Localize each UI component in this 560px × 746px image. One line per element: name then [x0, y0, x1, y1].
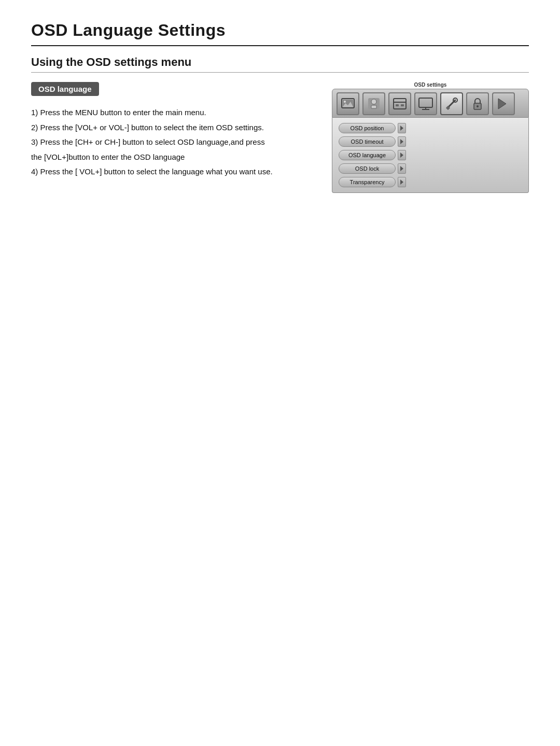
- instructions-block: 1) Press the MENU button to enter the ma…: [31, 105, 311, 179]
- menu-arrow-osd-language[interactable]: [398, 150, 406, 160]
- menu-item-transparency: Transparency: [339, 177, 522, 187]
- picture-icon[interactable]: [337, 92, 359, 115]
- menu-item-osd-lock: OSD lock: [339, 163, 522, 174]
- svg-marker-20: [400, 153, 403, 158]
- menu-label-osd-position[interactable]: OSD position: [339, 123, 396, 133]
- content-area: OSD language 1) Press the MENU button to…: [31, 82, 529, 193]
- svg-rect-10: [401, 104, 404, 106]
- instruction-line: 2) Press the [VOL+ or VOL-] button to se…: [31, 120, 311, 135]
- svg-point-5: [371, 99, 376, 104]
- menu-label-transparency[interactable]: Transparency: [339, 177, 396, 187]
- tools-icon[interactable]: [440, 92, 463, 115]
- menu-label-osd-lock[interactable]: OSD lock: [339, 163, 396, 174]
- svg-marker-19: [400, 139, 403, 144]
- osd-language-badge: OSD language: [31, 82, 99, 96]
- menu-arrow-osd-lock[interactable]: [398, 163, 406, 174]
- svg-rect-9: [396, 104, 399, 106]
- sound-icon[interactable]: [362, 92, 385, 115]
- settings-icon[interactable]: [388, 92, 411, 115]
- instruction-line: the [VOL+]button to enter the OSD langua…: [31, 150, 311, 165]
- menu-arrow-osd-timeout[interactable]: [398, 136, 406, 147]
- svg-marker-18: [400, 126, 403, 131]
- osd-top-bar: [332, 89, 529, 118]
- svg-marker-21: [400, 166, 403, 171]
- right-panel: OSD settings OSD positionOSD timeoutOSD …: [332, 82, 529, 193]
- screen-icon[interactable]: [414, 92, 437, 115]
- svg-rect-7: [394, 99, 406, 109]
- menu-item-osd-position: OSD position: [339, 123, 522, 133]
- svg-point-17: [477, 105, 479, 107]
- instruction-line: 3) Press the [CH+ or CH-] button to sele…: [31, 135, 311, 150]
- menu-item-osd-language: OSD language: [339, 150, 522, 160]
- menu-item-osd-timeout: OSD timeout: [339, 136, 522, 147]
- instruction-line: 1) Press the MENU button to enter the ma…: [31, 105, 311, 120]
- left-panel: OSD language 1) Press the MENU button to…: [31, 82, 311, 179]
- svg-point-3: [344, 101, 346, 103]
- title-divider: [31, 45, 529, 46]
- info-icon[interactable]: [492, 92, 515, 115]
- menu-label-osd-language[interactable]: OSD language: [339, 150, 396, 160]
- svg-rect-6: [371, 105, 376, 108]
- menu-label-osd-timeout[interactable]: OSD timeout: [339, 136, 396, 147]
- instruction-line: 4) Press the [ VOL+] button to select th…: [31, 164, 311, 179]
- osd-menu: OSD positionOSD timeoutOSD languageOSD l…: [332, 118, 529, 193]
- menu-arrow-osd-position[interactable]: [398, 123, 406, 133]
- lock-icon[interactable]: [466, 92, 489, 115]
- page-title: OSD Language Settings: [31, 21, 529, 40]
- menu-arrow-transparency[interactable]: [398, 177, 406, 187]
- osd-settings-label: OSD settings: [332, 82, 529, 88]
- section-subtitle: Using the OSD settings menu: [31, 56, 529, 73]
- svg-marker-22: [400, 179, 403, 185]
- svg-rect-11: [419, 98, 432, 107]
